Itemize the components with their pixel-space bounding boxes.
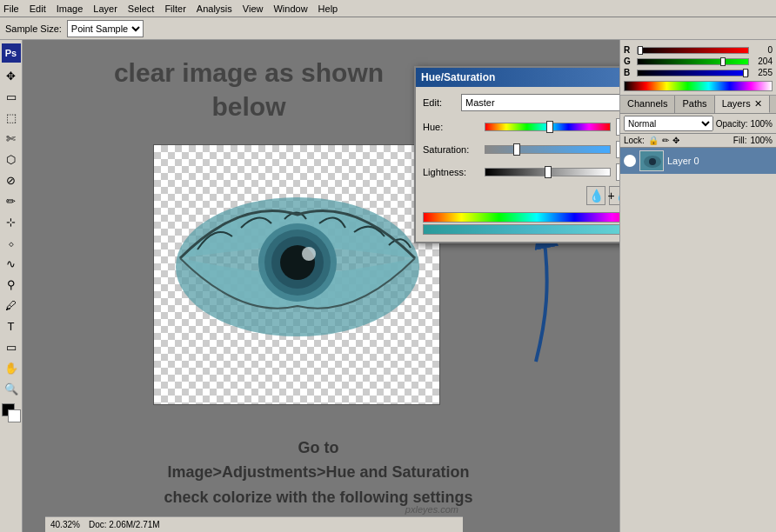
- spectrum-bars: [423, 212, 619, 235]
- image-canvas: [153, 144, 440, 405]
- tab-layers[interactable]: Layers ✕: [715, 96, 770, 113]
- main-layout: Ps ✥ ▭ ⬚ ✄ ⬡ ⊘ ✏ ⊹ ⬦ ∿ ⚲ 🖊 T ▭ ✋ 🔍 clear…: [0, 40, 776, 532]
- saturation-thumb[interactable]: [513, 143, 520, 156]
- tabs-panel: Channels Paths Layers ✕ Normal Opacity: …: [620, 96, 776, 532]
- hue-saturation-dialog: Hue/Saturation ✕ Edit: Master Hue:: [414, 66, 619, 243]
- g-slider-track[interactable]: [637, 58, 749, 65]
- g-channel-value: 204: [752, 57, 773, 66]
- dialog-body: Edit: Master Hue: 192: [416, 87, 619, 242]
- marquee-tool[interactable]: ▭: [2, 87, 21, 106]
- gradient-tool[interactable]: ∿: [2, 254, 21, 273]
- sample-size-label: Sample Size:: [5, 23, 62, 34]
- eyedropper-tools: 💧 +💧 -💧: [423, 186, 619, 205]
- tab-close-icon[interactable]: ✕: [754, 98, 762, 110]
- lightness-thumb[interactable]: [545, 166, 552, 178]
- status-bar: 40.32% Doc: 2.06M/2.71M: [45, 516, 463, 532]
- lightness-row: Lightness: 0: [423, 163, 619, 181]
- pen-tool[interactable]: 🖊: [2, 296, 21, 315]
- saturation-value[interactable]: 25: [616, 141, 619, 158]
- b-channel-label: B: [624, 68, 634, 77]
- tab-channels[interactable]: Channels: [620, 96, 675, 113]
- edit-label: Edit:: [423, 97, 458, 108]
- opacity-value: 100%: [750, 119, 773, 129]
- fill-label: Fill:: [733, 136, 747, 145]
- move-tool[interactable]: ✥: [2, 66, 21, 85]
- r-slider-thumb[interactable]: [638, 46, 643, 55]
- edit-row: Edit: Master: [423, 94, 619, 111]
- layer-controls: Normal Opacity: 100%: [620, 114, 776, 134]
- lock-row: Lock: 🔒 ✏ ✥ Fill: 100%: [620, 134, 776, 148]
- eye-image: [171, 171, 424, 362]
- background-color[interactable]: [8, 409, 21, 422]
- b-slider-thumb[interactable]: [743, 69, 748, 77]
- dialog-title: Hue/Saturation: [421, 71, 495, 83]
- eyedropper-tool[interactable]: ⊘: [2, 170, 21, 190]
- saturation-track[interactable]: [485, 145, 611, 154]
- lasso-tool[interactable]: ⬚: [2, 108, 21, 127]
- brush-tool[interactable]: ✏: [2, 191, 21, 210]
- menu-item-layer[interactable]: Layer: [93, 3, 117, 14]
- b-channel-value: 255: [752, 68, 773, 77]
- r-channel-label: R: [624, 45, 634, 55]
- b-channel-row: B 255: [624, 68, 773, 77]
- instruction-top: clear image as shown below: [75, 56, 423, 123]
- crop-tool[interactable]: ⬡: [2, 150, 21, 169]
- menu-item-help[interactable]: Help: [318, 3, 338, 14]
- color-spectrum: [624, 81, 773, 91]
- menu-item-view[interactable]: View: [243, 3, 264, 14]
- lock-label: Lock:: [624, 136, 645, 145]
- hue-row: Hue: 192: [423, 118, 619, 136]
- blend-mode-select[interactable]: Normal: [624, 116, 713, 131]
- g-slider-thumb[interactable]: [720, 57, 726, 66]
- lightness-label: Lightness:: [423, 167, 479, 177]
- lock-icon[interactable]: 🔒: [648, 136, 659, 145]
- magic-wand-tool[interactable]: ✄: [2, 129, 21, 148]
- menu-item-select[interactable]: Select: [128, 3, 155, 14]
- r-slider-track[interactable]: [637, 47, 749, 54]
- zoom-tool[interactable]: 🔍: [2, 379, 21, 398]
- doc-size: Doc: 2.06M/2.71M: [89, 520, 160, 529]
- eyedropper-add-button[interactable]: +💧: [609, 186, 619, 205]
- eyedropper-button[interactable]: 💧: [586, 186, 605, 205]
- dialog-main: Edit: Master Hue: 192: [423, 94, 619, 235]
- watermark: pxleyes.com: [405, 504, 458, 515]
- layer-item[interactable]: 👁 Layer 0: [620, 148, 776, 174]
- saturation-row: Saturation: 25: [423, 141, 619, 158]
- g-channel-label: G: [624, 57, 634, 66]
- menu-item-file[interactable]: File: [3, 3, 19, 14]
- b-slider-track[interactable]: [637, 70, 749, 76]
- clone-tool[interactable]: ⊹: [2, 212, 21, 231]
- eraser-tool[interactable]: ⬦: [2, 233, 21, 252]
- lock-move-icon[interactable]: ✥: [672, 136, 679, 145]
- lightness-value[interactable]: 0: [616, 163, 619, 181]
- menu-item-filter[interactable]: Filter: [164, 3, 185, 14]
- lightness-track[interactable]: [485, 168, 611, 176]
- eye-icon: 👁: [625, 156, 635, 166]
- dodge-tool[interactable]: ⚲: [2, 275, 21, 294]
- text-tool[interactable]: T: [2, 316, 21, 336]
- hand-tool[interactable]: ✋: [2, 358, 21, 377]
- shape-tool[interactable]: ▭: [2, 337, 21, 356]
- zoom-level: 40.32%: [50, 520, 80, 529]
- full-spectrum-bar: [423, 212, 619, 223]
- color-swatch[interactable]: [2, 403, 21, 422]
- layer-thumbnail: [639, 150, 664, 171]
- layer-visibility-toggle[interactable]: 👁: [624, 155, 636, 167]
- fill-value: 100%: [750, 136, 773, 145]
- lock-paint-icon[interactable]: ✏: [662, 136, 669, 145]
- menu-item-edit[interactable]: Edit: [30, 3, 46, 14]
- menu-item-window[interactable]: Window: [273, 3, 307, 14]
- hue-track[interactable]: [485, 123, 611, 131]
- sample-size-select[interactable]: Point Sample: [67, 20, 144, 37]
- g-channel-row: G 204: [624, 57, 773, 66]
- edit-select[interactable]: Master: [461, 94, 619, 111]
- svg-point-6: [176, 197, 419, 336]
- layer-name: Layer 0: [667, 156, 699, 166]
- saturation-label: Saturation:: [423, 144, 479, 155]
- hue-value[interactable]: 192: [616, 118, 619, 136]
- tab-paths[interactable]: Paths: [675, 96, 714, 113]
- menu-item-image[interactable]: Image: [57, 3, 84, 14]
- photoshop-logo: Ps: [2, 43, 21, 63]
- menu-item-analysis[interactable]: Analysis: [197, 3, 232, 14]
- hue-thumb[interactable]: [546, 121, 553, 133]
